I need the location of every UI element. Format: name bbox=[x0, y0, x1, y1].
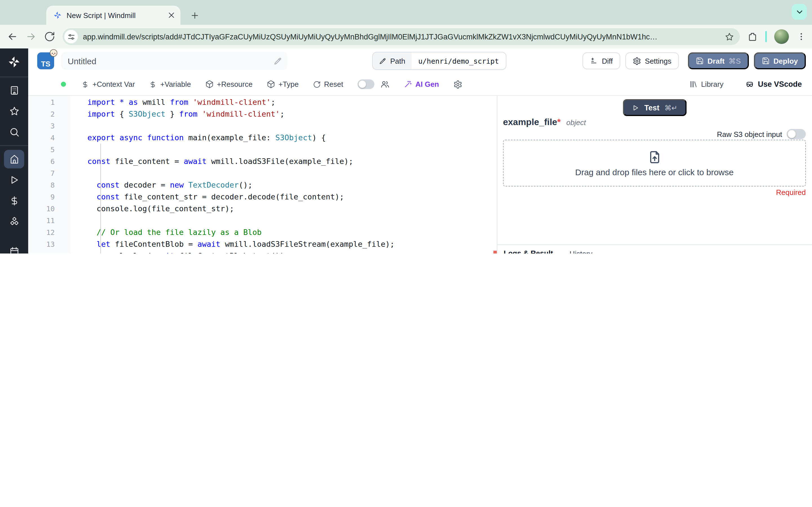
tab-title: New Script | Windmill bbox=[66, 11, 167, 19]
line-number: 6 bbox=[28, 156, 70, 167]
code-line[interactable]: const file_content_str = decoder.decode(… bbox=[70, 191, 497, 203]
site-settings-icon[interactable] bbox=[64, 30, 78, 43]
play-icon bbox=[632, 104, 639, 111]
code-line[interactable]: console.log(file_content_str); bbox=[70, 203, 497, 215]
code-line-row[interactable]: 6const file_content = await wmill.loadS3… bbox=[28, 156, 497, 167]
sidebar-item-home[interactable] bbox=[4, 150, 24, 168]
path-control[interactable]: Path u/henri/demo_script bbox=[372, 52, 506, 70]
reset-label: Reset bbox=[324, 80, 343, 89]
library-button[interactable]: Library bbox=[689, 80, 723, 89]
path-value: u/henri/demo_script bbox=[412, 52, 506, 69]
file-dropzone[interactable]: Drag and drop files here or click to bro… bbox=[503, 140, 806, 186]
code-line[interactable] bbox=[70, 215, 497, 226]
code-line-row[interactable]: 4export async function main(example_file… bbox=[28, 132, 497, 144]
tab-logs-result[interactable]: Logs & Result bbox=[497, 245, 559, 253]
windmill-app: TS Untitled Path u/henri/demo_script bbox=[0, 48, 812, 253]
plus-icon bbox=[190, 10, 199, 20]
main-area: TS Untitled Path u/henri/demo_script bbox=[28, 48, 812, 253]
line-number: 2 bbox=[28, 108, 70, 120]
script-title-input[interactable]: Untitled bbox=[61, 52, 288, 70]
code-line[interactable]: let fileContentBlob = await wmill.loadS3… bbox=[70, 238, 497, 250]
code-line[interactable]: import { S3Object } from 'windmill-clien… bbox=[70, 108, 497, 120]
browser-menu-icon[interactable] bbox=[796, 32, 806, 42]
code-line-row[interactable]: 7 bbox=[28, 167, 497, 179]
code-line[interactable]: export async function main(example_file:… bbox=[70, 132, 497, 144]
code-line[interactable]: console.log(await fileContentBlob.text()… bbox=[70, 250, 497, 253]
header-actions: Diff Settings Draft ⌘S Deploy bbox=[583, 52, 806, 69]
settings-button[interactable]: Settings bbox=[625, 52, 679, 69]
dollar-icon bbox=[81, 80, 89, 88]
add-context-var-button[interactable]: +Context Var bbox=[81, 80, 135, 89]
bookmark-star-icon[interactable] bbox=[725, 32, 734, 41]
code-line-row[interactable]: 2import { S3Object } from 'windmill-clie… bbox=[28, 108, 497, 120]
code-line[interactable]: const decoder = new TextDecoder(); bbox=[70, 179, 497, 191]
typescript-badge[interactable]: TS bbox=[37, 52, 54, 69]
tab-history[interactable]: History bbox=[559, 245, 603, 253]
code-line[interactable]: const file_content = await wmill.loadS3F… bbox=[70, 156, 497, 167]
logs-tabs: Logs & Result History bbox=[497, 245, 812, 253]
multiplayer-toggle[interactable] bbox=[357, 79, 374, 89]
new-tab-button[interactable] bbox=[187, 7, 202, 23]
workspace-status-dot bbox=[61, 82, 66, 87]
sidebar-item-workspace[interactable] bbox=[4, 81, 24, 100]
raw-s3-toggle[interactable] bbox=[786, 129, 806, 139]
editor-settings-gear-icon[interactable] bbox=[453, 80, 462, 89]
bun-runtime-icon bbox=[50, 49, 57, 59]
code-line-row[interactable]: 3 bbox=[28, 120, 497, 132]
back-icon[interactable] bbox=[7, 31, 18, 42]
code-line-row[interactable]: 5 bbox=[28, 144, 497, 156]
bracket-guide-line bbox=[100, 144, 101, 253]
url-text[interactable]: app.windmill.dev/scripts/add#JTdCJTIyaGF… bbox=[83, 33, 725, 41]
calendar-icon bbox=[9, 246, 19, 253]
code-line-row[interactable]: 11 bbox=[28, 215, 497, 226]
code-line-row[interactable]: 8 const decoder = new TextDecoder(); bbox=[28, 179, 497, 191]
browser-profile-chevron-button[interactable] bbox=[792, 4, 807, 20]
add-resource-button[interactable]: +Resource bbox=[205, 80, 252, 89]
code-line-row[interactable]: 13 let fileContentBlob = await wmill.loa… bbox=[28, 238, 497, 250]
save-icon bbox=[762, 57, 769, 65]
code-line[interactable]: // Or load the file lazily as a Blob bbox=[70, 226, 497, 238]
draft-button[interactable]: Draft ⌘S bbox=[688, 52, 749, 69]
windmill-logo-icon[interactable] bbox=[7, 55, 21, 69]
ai-gen-button[interactable]: AI Gen bbox=[403, 80, 439, 89]
sidebar-item-schedules[interactable] bbox=[4, 242, 24, 253]
edit-title-pencil-icon[interactable] bbox=[273, 57, 282, 65]
code-line[interactable]: import * as wmill from 'windmill-client'… bbox=[70, 96, 497, 108]
tab-close-icon[interactable] bbox=[167, 11, 176, 20]
sidebar-item-variables[interactable] bbox=[4, 191, 24, 210]
code-line[interactable] bbox=[70, 167, 497, 179]
dollar-icon bbox=[149, 80, 157, 88]
code-line-row[interactable]: 9 const file_content_str = decoder.decod… bbox=[28, 191, 497, 203]
sidebar-item-runs[interactable] bbox=[4, 171, 24, 189]
diff-label: Diff bbox=[602, 57, 613, 65]
use-vscode-button[interactable]: Use VScode bbox=[745, 79, 802, 89]
logs-pane: Logs & Result History Auto scroll No log… bbox=[497, 245, 812, 253]
address-bar[interactable]: app.windmill.dev/scripts/add#JTdCJTIyaGF… bbox=[63, 28, 740, 45]
reset-button[interactable]: Reset bbox=[313, 80, 343, 89]
line-number: 4 bbox=[28, 132, 70, 144]
code-line-row[interactable]: 10 console.log(file_content_str); bbox=[28, 203, 497, 215]
code-line[interactable] bbox=[70, 120, 497, 132]
code-line-row[interactable]: 14 console.log(await fileContentBlob.tex… bbox=[28, 250, 497, 253]
deploy-button[interactable]: Deploy bbox=[754, 52, 806, 69]
browser-tab[interactable]: New Script | Windmill bbox=[46, 6, 181, 25]
diff-button[interactable]: Diff bbox=[583, 52, 620, 69]
code-line-row[interactable]: 12 // Or load the file lazily as a Blob bbox=[28, 226, 497, 238]
code-line-row[interactable]: 1import * as wmill from 'windmill-client… bbox=[28, 96, 497, 108]
add-type-button[interactable]: +Type bbox=[267, 80, 299, 89]
sidebar-item-favorites[interactable] bbox=[4, 102, 24, 121]
test-button[interactable]: Test ⌘↵ bbox=[623, 99, 687, 116]
code-line[interactable] bbox=[70, 144, 497, 156]
extensions-icon[interactable] bbox=[747, 31, 758, 42]
add-resource-label: +Resource bbox=[217, 80, 252, 89]
sidebar-item-resources[interactable] bbox=[4, 212, 24, 231]
path-edit-button[interactable]: Path bbox=[373, 52, 412, 69]
toggle-knob bbox=[358, 80, 366, 88]
browser-avatar[interactable] bbox=[774, 29, 789, 44]
reload-icon[interactable] bbox=[44, 31, 55, 42]
argument-row: example_file* object bbox=[503, 117, 586, 127]
add-variable-button[interactable]: +Variable bbox=[149, 80, 191, 89]
code-editor[interactable]: 1import * as wmill from 'windmill-client… bbox=[28, 96, 497, 253]
sidebar-item-search[interactable] bbox=[4, 123, 24, 142]
forward-icon[interactable] bbox=[26, 31, 37, 42]
